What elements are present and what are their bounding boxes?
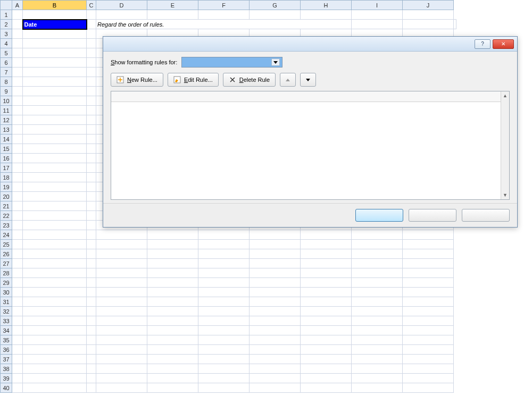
cell-H34[interactable] [301, 326, 352, 335]
cell-J32[interactable] [403, 307, 454, 316]
cell-E35[interactable] [147, 335, 198, 345]
cell-I30[interactable] [352, 288, 403, 297]
cell-J40[interactable] [403, 383, 454, 393]
cell-A29[interactable] [12, 278, 23, 288]
cell-A2[interactable] [12, 20, 23, 29]
cell-C12[interactable] [87, 115, 96, 125]
cell-A39[interactable] [12, 374, 23, 383]
row-header-13[interactable]: 13 [1, 125, 12, 134]
cell-B31[interactable] [23, 297, 87, 307]
cell-A34[interactable] [12, 326, 23, 335]
cell-C7[interactable] [87, 68, 96, 77]
cell-B1[interactable] [23, 10, 87, 20]
row-header-29[interactable]: 29 [1, 278, 12, 288]
cell-B39[interactable] [23, 374, 87, 383]
row-header-12[interactable]: 12 [1, 115, 12, 125]
cell-G27[interactable] [250, 259, 301, 268]
cell-E31[interactable] [147, 297, 198, 307]
move-down-button[interactable] [300, 73, 316, 87]
cell-D36[interactable] [96, 345, 147, 355]
row-header-37[interactable]: 37 [1, 355, 12, 364]
cell-A19[interactable] [12, 182, 23, 192]
cell-F30[interactable] [198, 288, 250, 297]
cell-B13[interactable] [23, 125, 87, 134]
col-header-J[interactable]: J [403, 1, 454, 10]
cell-B38[interactable] [23, 364, 87, 374]
cell-D37[interactable] [96, 355, 147, 364]
cell-B14[interactable] [23, 134, 87, 144]
row-header-15[interactable]: 15 [1, 144, 12, 154]
cell-E27[interactable] [147, 259, 198, 268]
cell-A5[interactable] [12, 48, 23, 58]
cell-H1[interactable] [301, 10, 352, 20]
row-header-33[interactable]: 33 [1, 316, 12, 326]
help-button[interactable]: ? [475, 39, 491, 49]
cell-A31[interactable] [12, 297, 23, 307]
cell-H29[interactable] [301, 278, 352, 288]
cell-G24[interactable] [250, 230, 301, 240]
cell-A32[interactable] [12, 307, 23, 316]
cell-C6[interactable] [87, 58, 96, 68]
cell-H31[interactable] [301, 297, 352, 307]
delete-rule-button[interactable]: Delete Rule [223, 73, 276, 87]
row-header-28[interactable]: 28 [1, 268, 12, 278]
cell-E38[interactable] [147, 364, 198, 374]
cell-F40[interactable] [198, 383, 250, 393]
cell-H2[interactable] [403, 20, 454, 29]
cell-D1[interactable] [96, 10, 147, 20]
row-header-1[interactable]: 1 [1, 10, 12, 20]
cell-C21[interactable] [87, 201, 96, 211]
cell-G36[interactable] [250, 345, 301, 355]
cell-B10[interactable] [23, 96, 87, 106]
cell-I26[interactable] [352, 249, 403, 259]
cell-D31[interactable] [96, 297, 147, 307]
cell-I29[interactable] [352, 278, 403, 288]
cell-C38[interactable] [87, 364, 96, 374]
cell-I39[interactable] [352, 374, 403, 383]
cell-J35[interactable] [403, 335, 454, 345]
cell-C31[interactable] [87, 297, 96, 307]
cell-I33[interactable] [352, 316, 403, 326]
cell-E40[interactable] [147, 383, 198, 393]
cell-C23[interactable] [87, 221, 96, 230]
cell-C19[interactable] [87, 182, 96, 192]
row-header-14[interactable]: 14 [1, 134, 12, 144]
cell-D27[interactable] [96, 259, 147, 268]
cell-F27[interactable] [198, 259, 250, 268]
cell-C16[interactable] [87, 154, 96, 163]
row-header-9[interactable]: 9 [1, 87, 12, 96]
cell-C9[interactable] [87, 87, 96, 96]
cell-F37[interactable] [198, 355, 250, 364]
cell-H40[interactable] [301, 383, 352, 393]
cell-H37[interactable] [301, 355, 352, 364]
cell-C3[interactable] [87, 29, 96, 39]
cell-B33[interactable] [23, 316, 87, 326]
cell-A3[interactable] [12, 29, 23, 39]
cell-B12[interactable] [23, 115, 87, 125]
row-header-7[interactable]: 7 [1, 68, 12, 77]
cell-B9[interactable] [23, 87, 87, 96]
cell-C18[interactable] [87, 173, 96, 182]
cell-A13[interactable] [12, 125, 23, 134]
cell-J25[interactable] [403, 240, 454, 249]
cell-D40[interactable] [96, 383, 147, 393]
cell-C40[interactable] [87, 383, 96, 393]
cell-C33[interactable] [87, 316, 96, 326]
cell-G29[interactable] [250, 278, 301, 288]
row-header-6[interactable]: 6 [1, 58, 12, 68]
row-header-31[interactable]: 31 [1, 297, 12, 307]
cell-C26[interactable] [87, 249, 96, 259]
row-header-8[interactable]: 8 [1, 77, 12, 87]
row-header-30[interactable]: 30 [1, 288, 12, 297]
cell-C39[interactable] [87, 374, 96, 383]
vertical-scrollbar[interactable]: ▲ ▼ [501, 91, 509, 199]
cell-B36[interactable] [23, 345, 87, 355]
cell-C25[interactable] [87, 240, 96, 249]
cell-I25[interactable] [352, 240, 403, 249]
close-x-button[interactable]: ✕ [493, 39, 514, 49]
cell-E37[interactable] [147, 355, 198, 364]
row-header-39[interactable]: 39 [1, 374, 12, 383]
cell-I31[interactable] [352, 297, 403, 307]
cell-J28[interactable] [403, 268, 454, 278]
col-header-F[interactable]: F [198, 1, 250, 10]
